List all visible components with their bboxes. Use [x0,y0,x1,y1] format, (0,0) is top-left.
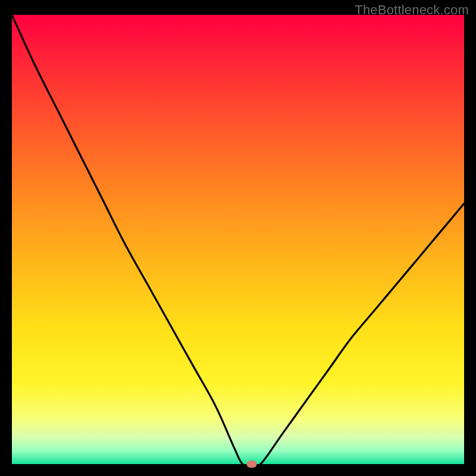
optimal-point-marker [246,461,256,468]
plot-area [12,15,464,464]
watermark-text: TheBottleneck.com [355,2,469,18]
bottleneck-curve [12,15,464,464]
chart-container: TheBottleneck.com [0,0,476,476]
